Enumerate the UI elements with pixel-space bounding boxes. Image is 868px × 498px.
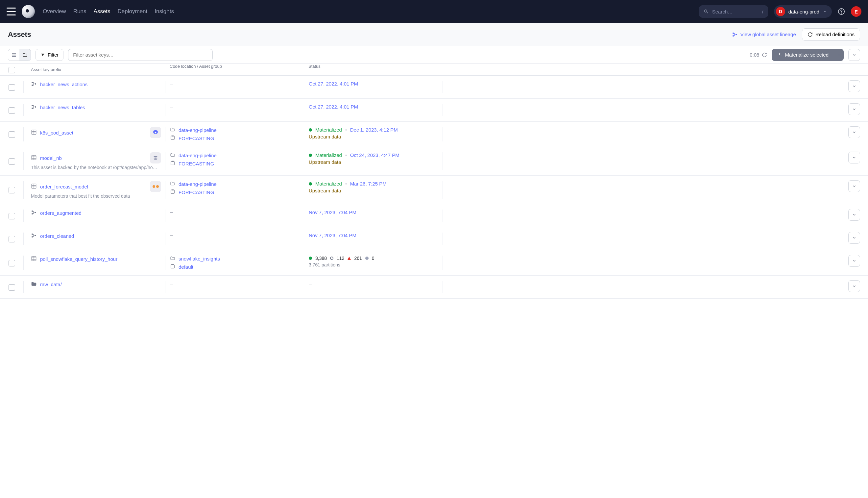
row-checkbox[interactable] <box>9 107 15 114</box>
asset-group-link[interactable]: FORECASTING <box>178 161 214 167</box>
nav-link-overview[interactable]: Overview <box>43 8 66 15</box>
row-checkbox[interactable] <box>9 131 15 138</box>
svg-rect-35 <box>31 210 33 212</box>
table-row: hacker_news_tables–Oct 27, 2022, 4:01 PM <box>0 99 868 122</box>
status-timestamp[interactable]: Nov 7, 2023, 7:04 PM <box>309 233 357 238</box>
asset-name-link[interactable]: hacker_news_actions <box>40 81 88 87</box>
asset-name-link[interactable]: k8s_pod_asset <box>40 130 73 135</box>
asset-name-link[interactable]: model_nb <box>40 155 62 161</box>
status-timestamp[interactable]: Oct 27, 2022, 4:01 PM <box>309 104 358 109</box>
expand-row-button[interactable] <box>848 255 860 267</box>
search-placeholder: Search… <box>712 9 759 14</box>
partition-failed-icon <box>348 257 351 260</box>
table-row: model_nbThis asset is backed by the note… <box>0 147 868 176</box>
table-row: raw_data/–– <box>0 276 868 299</box>
nav-link-deployment[interactable]: Deployment <box>118 8 148 15</box>
group-icon <box>170 264 175 270</box>
svg-rect-33 <box>171 190 175 194</box>
status-timestamp[interactable]: Nov 7, 2023, 7:04 PM <box>309 210 357 215</box>
asset-description: This asset is backed by the notebook at … <box>31 165 161 170</box>
table-row: k8s_pod_assetdata-eng-pipelineFORECASTIN… <box>0 122 868 147</box>
status-timestamp[interactable]: Dec 1, 2023, 4:12 PM <box>350 127 398 133</box>
more-options-button[interactable] <box>848 49 860 61</box>
folder-icon <box>170 152 175 159</box>
asset-type-icon <box>31 255 37 262</box>
asset-name-link[interactable]: poll_snowflake_query_history_hour <box>40 256 117 262</box>
row-checkbox[interactable] <box>9 158 15 165</box>
asset-type-icon <box>31 104 37 111</box>
expand-row-button[interactable] <box>848 280 860 292</box>
list-view-button[interactable] <box>8 49 19 61</box>
filter-asset-keys-input[interactable] <box>68 49 213 61</box>
materialize-dropdown-button[interactable] <box>834 49 844 61</box>
asset-name-link[interactable]: orders_augmented <box>40 210 82 216</box>
expand-row-button[interactable] <box>848 180 860 192</box>
expand-row-button[interactable] <box>848 152 860 163</box>
asset-type-icon <box>31 233 37 239</box>
svg-rect-21 <box>31 155 36 160</box>
code-location-link[interactable]: snowflake_insights <box>178 256 220 262</box>
row-checkbox[interactable] <box>9 236 15 243</box>
nav-link-assets[interactable]: Assets <box>94 8 110 15</box>
asset-name-link[interactable]: orders_cleaned <box>40 233 74 239</box>
help-button[interactable] <box>838 8 845 15</box>
materialize-selected-button[interactable]: Materialize selected <box>772 49 834 61</box>
nav-link-runs[interactable]: Runs <box>73 8 86 15</box>
expand-row-button[interactable] <box>848 232 860 244</box>
expand-row-button[interactable] <box>848 209 860 221</box>
svg-rect-6 <box>12 55 16 55</box>
filter-button[interactable]: Filter <box>36 49 64 61</box>
reload-definitions-button[interactable]: Reload definitions <box>802 28 860 41</box>
no-location: – <box>170 281 173 287</box>
code-location-link[interactable]: data-eng-pipeline <box>178 153 217 158</box>
svg-rect-41 <box>31 256 36 261</box>
expand-row-button[interactable] <box>848 80 860 92</box>
expand-row-button[interactable] <box>848 103 860 115</box>
asset-group-link[interactable]: FORECASTING <box>178 189 214 195</box>
svg-rect-40 <box>35 235 36 236</box>
asset-type-icon <box>31 81 37 88</box>
nav-link-insights[interactable]: Insights <box>155 8 174 15</box>
group-icon <box>170 135 175 142</box>
asset-group-link[interactable]: default <box>178 264 193 270</box>
row-checkbox[interactable] <box>9 284 15 291</box>
no-location: – <box>170 210 173 215</box>
asset-name-link[interactable]: order_forecast_model <box>40 184 88 189</box>
code-location-link[interactable]: data-eng-pipeline <box>178 181 217 187</box>
folder-view-button[interactable] <box>19 49 30 61</box>
row-checkbox[interactable] <box>9 187 15 193</box>
search-shortcut: / <box>762 9 763 14</box>
column-header-name: Asset key prefix <box>24 67 165 72</box>
column-header-location: Code location / Asset group <box>165 64 304 75</box>
expand-row-button[interactable] <box>848 126 860 138</box>
no-location: – <box>170 233 173 238</box>
asset-name-link[interactable]: hacker_news_tables <box>40 105 85 110</box>
app-logo[interactable] <box>22 5 35 18</box>
svg-rect-11 <box>31 105 33 106</box>
reload-icon <box>807 32 813 37</box>
status-timestamp[interactable]: Mar 26, 7:25 PM <box>350 181 387 186</box>
workspace-badge: D <box>776 7 785 16</box>
row-checkbox[interactable] <box>9 213 15 219</box>
user-avatar[interactable]: E <box>851 6 862 17</box>
asset-group-link[interactable]: FORECASTING <box>178 135 214 141</box>
asset-type-icon <box>31 129 37 136</box>
status-dot-success-icon <box>309 154 312 157</box>
row-checkbox[interactable] <box>9 84 15 91</box>
status-timestamp[interactable]: Oct 24, 2023, 4:47 PM <box>350 152 400 158</box>
partition-summary: 3,761 partitions <box>309 262 439 267</box>
table-row: orders_augmented–Nov 7, 2023, 7:04 PM <box>0 204 868 227</box>
list-icon <box>11 52 16 57</box>
view-lineage-link[interactable]: View global asset lineage <box>732 31 796 38</box>
filter-icon <box>40 53 45 57</box>
status-timestamp[interactable]: Oct 27, 2022, 4:01 PM <box>309 81 358 87</box>
table-body: hacker_news_actions–Oct 27, 2022, 4:01 P… <box>0 76 868 299</box>
workspace-selector[interactable]: D data-eng-prod <box>774 5 832 18</box>
asset-name-link[interactable]: raw_data/ <box>40 281 62 287</box>
refresh-icon[interactable] <box>762 52 767 57</box>
search-input[interactable]: Search… / <box>699 5 768 18</box>
hamburger-icon[interactable] <box>6 8 16 15</box>
row-checkbox[interactable] <box>9 260 15 266</box>
select-all-checkbox[interactable] <box>9 67 15 73</box>
code-location-link[interactable]: data-eng-pipeline <box>178 127 217 133</box>
